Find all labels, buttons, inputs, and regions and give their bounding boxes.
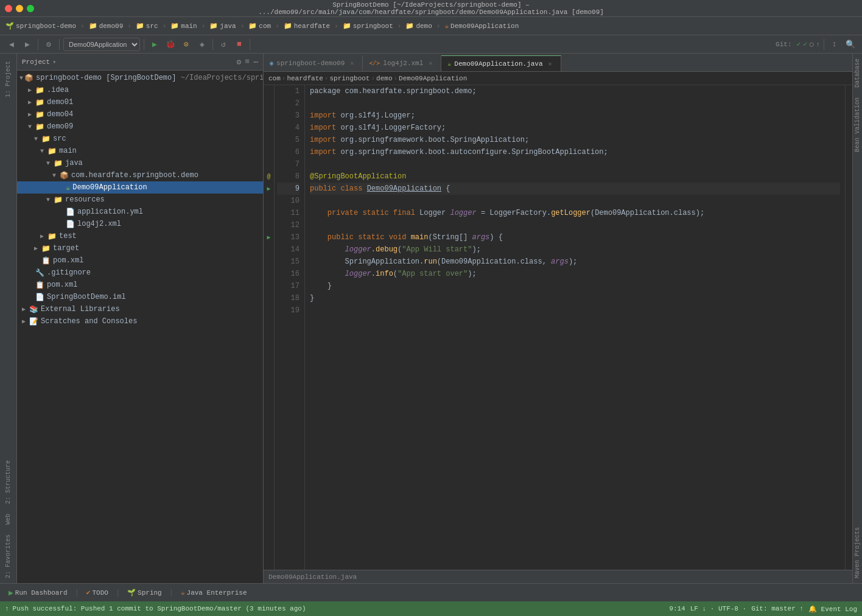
tree-item-label: java bbox=[65, 159, 83, 167]
tree-item-gitignore[interactable]: 🔧 .gitignore bbox=[17, 267, 263, 279]
tree-item-main[interactable]: ▼ 📁 main bbox=[17, 145, 263, 157]
profile-button[interactable]: ◈ bbox=[195, 38, 209, 51]
bc-springboot[interactable]: springboot bbox=[329, 75, 370, 82]
nav-springboot-demo[interactable]: 🌱 springboot-demo bbox=[2, 21, 79, 31]
git-branch-indicator[interactable]: Git: master ↑ bbox=[751, 605, 804, 612]
encoding-indicator[interactable]: LF ↓ · UTF-8 · bbox=[690, 605, 746, 612]
event-log-button[interactable]: 🔔 Event Log bbox=[808, 605, 857, 613]
maximize-button[interactable] bbox=[27, 5, 34, 12]
code-line-9: public class Demo09Application { bbox=[310, 183, 840, 195]
tree-item-root[interactable]: ▼ 📦 springboot-demo [SpringBootDemo] ~/I… bbox=[17, 72, 263, 84]
java-enterprise-label: Java Enterprise bbox=[187, 589, 247, 597]
bc-class[interactable]: Demo09Application bbox=[399, 75, 467, 82]
bc-heardfate[interactable]: heardfate bbox=[287, 75, 323, 82]
tab-close-button[interactable]: ✕ bbox=[546, 60, 555, 68]
tree-item-resources[interactable]: ▼ 📁 resources bbox=[17, 194, 263, 206]
tree-item-demo01[interactable]: ▶ 📁 demo01 bbox=[17, 96, 263, 108]
tab-demo09application[interactable]: ☕ Demo09Application.java ✕ bbox=[441, 55, 561, 71]
tab-label: springboot-demo09 bbox=[276, 60, 345, 67]
nav-src[interactable]: 📁 src bbox=[133, 21, 161, 31]
project-dropdown-arrow[interactable]: ▾ bbox=[52, 58, 56, 66]
run-button[interactable]: ▶ bbox=[148, 38, 161, 51]
bc-demo[interactable]: demo bbox=[376, 75, 392, 82]
tab-close-button[interactable]: ✕ bbox=[348, 59, 356, 68]
web-panel-tab[interactable]: Web bbox=[2, 509, 14, 530]
code-content[interactable]: package com.heardfate.springboot.demo; i… bbox=[305, 85, 845, 570]
back-button[interactable]: ◀ bbox=[5, 38, 18, 51]
forward-button[interactable]: ▶ bbox=[21, 38, 34, 51]
settings-button[interactable]: ⚙ bbox=[42, 38, 55, 51]
tree-item-pom-demo09[interactable]: 📋 pom.xml bbox=[17, 254, 263, 267]
nav-springboot[interactable]: 📁 springboot bbox=[340, 21, 396, 31]
sync-icon[interactable]: ⚙ bbox=[237, 57, 242, 67]
coverage-button[interactable]: ⊙ bbox=[180, 38, 193, 51]
search-button[interactable]: 🔍 bbox=[844, 38, 857, 51]
folder-icon: 📁 bbox=[343, 22, 351, 30]
tree-item-label: Demo09Application bbox=[72, 183, 147, 192]
todo-button[interactable]: ✔ TODO bbox=[83, 587, 112, 598]
nav-demo09app[interactable]: ☕ Demo09Application bbox=[441, 21, 522, 31]
tree-item-label: .idea bbox=[47, 86, 69, 94]
editor-scrollbar[interactable] bbox=[845, 85, 852, 570]
tab-log4j2[interactable]: ≺/≻ log4j2.xml ✕ bbox=[363, 55, 441, 71]
code-line-13: public static void main(String[] args) { bbox=[310, 231, 840, 243]
maven-panel-tab[interactable]: Maven Projects bbox=[853, 522, 862, 583]
tree-item-demo09app[interactable]: ☕ Demo09Application bbox=[17, 181, 263, 194]
spring-button[interactable]: 🌱 Spring bbox=[124, 587, 166, 598]
tree-item-src[interactable]: ▼ 📁 src bbox=[17, 133, 263, 145]
line-col-indicator[interactable]: 9:14 bbox=[669, 605, 685, 612]
vcs-button[interactable]: ↕ bbox=[828, 38, 841, 51]
nav-java[interactable]: 📁 java bbox=[206, 21, 239, 31]
tab-close-button[interactable]: ✕ bbox=[426, 59, 435, 68]
git-label: Git: bbox=[776, 41, 791, 48]
java-enterprise-button[interactable]: ☕ Java Enterprise bbox=[177, 587, 251, 598]
tree-item-yml[interactable]: 📄 application.yml bbox=[17, 206, 263, 218]
code-editor[interactable]: @ ▶ ▶ bbox=[264, 85, 852, 570]
tree-item-ext-libs[interactable]: ▶ 📚 External Libraries bbox=[17, 303, 263, 315]
tree-item-log4j2[interactable]: 📄 log4j2.xml bbox=[17, 218, 263, 230]
tree-item-idea[interactable]: ▶ 📁 .idea bbox=[17, 84, 263, 96]
collapse-icon[interactable]: ≡ bbox=[245, 57, 250, 66]
tree-item-pom-root[interactable]: 📋 pom.xml bbox=[17, 279, 263, 291]
tree-item-java[interactable]: ▼ 📁 java bbox=[17, 157, 263, 169]
nav-heardfate[interactable]: 📁 heardfate bbox=[281, 21, 333, 31]
folder-icon: 📁 bbox=[47, 147, 57, 156]
nav-com[interactable]: 📁 com bbox=[245, 21, 274, 31]
favorites-panel-tab[interactable]: 2: Favorites bbox=[2, 530, 14, 583]
run-gutter-icon[interactable]: ▶ bbox=[267, 185, 270, 192]
nav-main[interactable]: 📁 main bbox=[167, 21, 200, 31]
todo-label: TODO bbox=[92, 589, 108, 597]
tab-springboot-demo09[interactable]: ◉ springboot-demo09 ✕ bbox=[264, 55, 363, 71]
run-dashboard-label: Run Dashboard bbox=[15, 589, 68, 597]
tree-item-demo09[interactable]: ▼ 📁 demo09 bbox=[17, 121, 263, 133]
run-config-select[interactable]: Demo09Application bbox=[63, 38, 140, 51]
tree-item-iml[interactable]: 📄 SpringBootDemo.iml bbox=[17, 291, 263, 303]
spring-label: Spring bbox=[138, 589, 162, 597]
nav-demo09[interactable]: 📁 demo09 bbox=[86, 21, 127, 31]
settings-icon[interactable]: ⋯ bbox=[253, 57, 258, 67]
tree-item-scratches[interactable]: ▶ 📝 Scratches and Consoles bbox=[17, 315, 263, 327]
code-line-7 bbox=[310, 158, 840, 170]
stop-button[interactable]: ■ bbox=[233, 38, 246, 51]
tree-item-package[interactable]: ▼ 📦 com.heardfate.springboot.demo bbox=[17, 169, 263, 181]
module-tab-icon: ◉ bbox=[270, 60, 273, 67]
refresh-button[interactable]: ↺ bbox=[217, 38, 230, 51]
nav-demo[interactable]: 📁 demo bbox=[402, 21, 435, 31]
project-panel-tab[interactable]: 1: Project bbox=[2, 56, 14, 102]
structure-panel-tab[interactable]: 2: Structure bbox=[2, 455, 14, 509]
bean-validation-panel-tab[interactable]: Bean Validation bbox=[853, 93, 862, 157]
run-gutter-icon[interactable]: ▶ bbox=[267, 234, 270, 241]
folder-icon: 📁 bbox=[136, 22, 144, 30]
xml-icon: 📋 bbox=[41, 256, 51, 265]
tree-item-demo04[interactable]: ▶ 📁 demo04 bbox=[17, 108, 263, 121]
nav-item-label: com bbox=[259, 23, 271, 30]
tree-item-test[interactable]: ▶ 📁 test bbox=[17, 230, 263, 242]
bc-com[interactable]: com bbox=[268, 75, 281, 82]
tree-item-target[interactable]: ▶ 📁 target bbox=[17, 242, 263, 254]
debug-button[interactable]: 🐞 bbox=[164, 38, 177, 51]
run-dashboard-button[interactable]: ▶ Run Dashboard bbox=[5, 587, 71, 599]
close-button[interactable] bbox=[5, 5, 12, 12]
database-panel-tab[interactable]: Database bbox=[853, 54, 862, 93]
minimize-button[interactable] bbox=[16, 5, 23, 12]
expand-arrow: ▼ bbox=[34, 136, 40, 142]
